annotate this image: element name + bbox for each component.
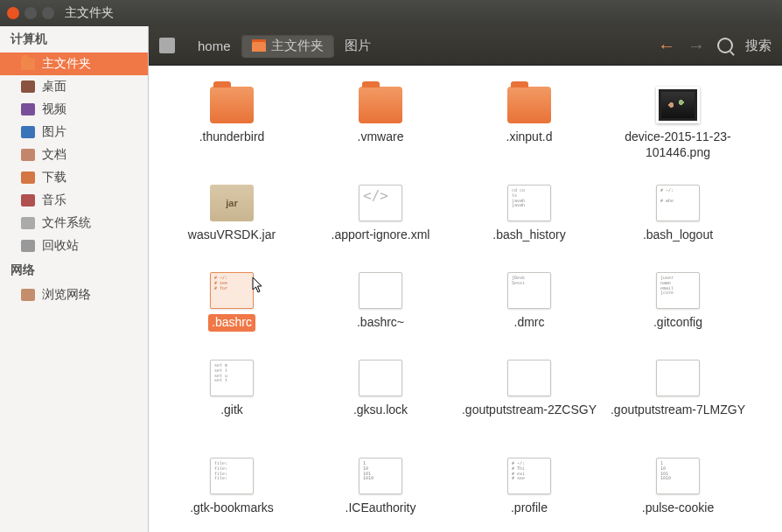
file-label: .bash_history <box>489 227 569 244</box>
file-item[interactable]: .vmware <box>306 83 455 171</box>
sidebar-item-label: 浏览网络 <box>42 287 91 303</box>
ico-folder-icon <box>21 58 35 70</box>
file-item[interactable]: [user name email [core.gitconfig <box>604 269 752 356</box>
file-pane[interactable]: .thunderbird.vmware.xinput.ddevice-2015-… <box>149 66 782 532</box>
file-label: .apport-ignore.xml <box>328 227 434 244</box>
text-file-icon <box>656 360 700 396</box>
text-file-icon <box>507 360 551 396</box>
file-item[interactable]: .goutputstream-7LMZGY <box>604 356 752 454</box>
jar-icon: jar <box>210 185 254 221</box>
close-icon[interactable] <box>7 7 19 19</box>
file-item[interactable]: .xinput.d <box>455 83 604 171</box>
file-label: .xinput.d <box>503 129 556 146</box>
sidebar-item-0[interactable]: 主文件夹 <box>0 52 148 75</box>
file-item[interactable]: 1 10 101 1010.ICEauthority <box>306 454 455 532</box>
text-file-icon: cd co ls javah javah <box>507 185 551 221</box>
sidebar-item-label: 文件系统 <box>42 215 91 231</box>
xml-icon: </> <box>359 185 402 221</box>
titlebar: 主文件夹 <box>0 0 782 26</box>
file-label: .profile <box>507 500 551 517</box>
sidebar-item-label: 回收站 <box>42 238 79 254</box>
sidebar-item-2[interactable]: 视频 <box>0 98 148 121</box>
nav-back-icon[interactable]: ← <box>658 36 675 56</box>
file-label: .gtk-bookmarks <box>186 500 277 517</box>
breadcrumb-next[interactable]: 图片 <box>334 34 381 58</box>
file-item[interactable]: </>.apport-ignore.xml <box>306 181 455 269</box>
text-file-icon <box>359 360 402 396</box>
text-file-icon <box>359 272 402 309</box>
sidebar-item-label: 文档 <box>42 147 66 163</box>
file-item[interactable]: # ~/: # Thi # exi # see.profile <box>455 454 604 532</box>
sidebar-item-3[interactable]: 图片 <box>0 121 148 144</box>
file-label: .goutputstream-2ZCSGY <box>458 402 600 419</box>
file-label: .gitk <box>217 402 247 419</box>
file-item[interactable]: # ~/: # see # for.bashrc <box>157 269 306 356</box>
image-thumb-icon <box>656 87 700 123</box>
ico-disk-icon <box>21 217 35 229</box>
sidebar-item-label: 图片 <box>42 124 66 140</box>
breadcrumb-current[interactable]: 主文件夹 <box>241 34 334 58</box>
window-buttons <box>7 7 54 19</box>
file-label: .goutputstream-7LMZGY <box>607 402 749 419</box>
file-label: .bash_logout <box>639 227 716 244</box>
ico-doc-icon <box>21 149 35 161</box>
file-item[interactable]: file: file: file: file:.gtk-bookmarks <box>157 454 306 532</box>
home-folder-icon <box>252 39 266 52</box>
minimize-icon[interactable] <box>24 7 37 19</box>
ico-desk-icon <box>21 80 35 93</box>
file-item[interactable]: cd co ls javah javah.bash_history <box>455 181 604 269</box>
ico-vid-icon <box>21 103 35 116</box>
sidebar-item-label: 主文件夹 <box>42 56 91 72</box>
sidebar-item-label: 音乐 <box>42 192 66 208</box>
file-item[interactable]: device-2015-11-23-101446.png <box>604 83 752 181</box>
breadcrumb-home[interactable]: home <box>187 35 241 57</box>
file-label: .bashrc~ <box>353 314 408 332</box>
file-item[interactable]: jarwasuVRSDK.jar <box>157 181 306 269</box>
search-icon[interactable] <box>717 38 733 53</box>
file-label: .vmware <box>354 129 408 146</box>
text-file-icon: file: file: file: file: <box>210 458 254 494</box>
search-label[interactable]: 搜索 <box>745 38 772 54</box>
file-item[interactable]: [Desk Sessi.dmrc <box>455 269 604 356</box>
sidebar-group-network: 网络 <box>0 257 148 284</box>
ico-dl-icon <box>21 172 35 184</box>
folder-icon <box>359 87 402 123</box>
sidebar-item-4[interactable]: 文档 <box>0 144 148 166</box>
sidebar: 计算机 主文件夹桌面视频图片文档下载音乐文件系统回收站 网络 浏览网络 <box>0 26 149 532</box>
sidebar-item-label: 桌面 <box>42 79 66 94</box>
file-label: .bashrc <box>208 314 255 332</box>
text-file-icon: # ~/: # whe <box>656 185 700 221</box>
folder-icon <box>210 87 254 123</box>
sidebar-item-5[interactable]: 下载 <box>0 166 148 189</box>
file-item[interactable]: .goutputstream-2ZCSGY <box>455 356 604 454</box>
maximize-icon[interactable] <box>42 7 54 19</box>
file-label: .pulse-cookie <box>639 500 718 517</box>
nav-forward-icon[interactable]: → <box>688 36 705 56</box>
file-item[interactable]: 1 10 101 1010.pulse-cookie <box>604 454 752 532</box>
file-label: wasuVRSDK.jar <box>185 227 279 244</box>
text-file-icon: 1 10 101 1010 <box>359 458 402 494</box>
text-file-icon: 1 10 101 1010 <box>656 458 700 494</box>
file-item[interactable]: .gksu.lock <box>306 356 455 444</box>
ico-net-icon <box>21 289 35 301</box>
sidebar-item-label: 下载 <box>42 170 66 186</box>
sidebar-item-7[interactable]: 文件系统 <box>0 212 148 234</box>
file-item[interactable]: .bashrc~ <box>306 269 455 356</box>
file-label: .thunderbird <box>196 129 269 146</box>
text-file-icon: # ~/: # Thi # exi # see <box>507 458 551 494</box>
device-icon[interactable] <box>159 38 175 53</box>
sidebar-item-1[interactable]: 桌面 <box>0 75 148 98</box>
sidebar-item-8[interactable]: 回收站 <box>0 234 148 257</box>
text-file-icon: [Desk Sessi <box>507 272 551 309</box>
text-file-icon: set m set t set u set t <box>210 360 254 396</box>
sidebar-item-0[interactable]: 浏览网络 <box>0 284 148 306</box>
file-item[interactable]: set m set t set u set t.gitk <box>157 356 306 444</box>
file-label: device-2015-11-23-101446.png <box>604 129 752 161</box>
sidebar-item-label: 视频 <box>42 102 66 117</box>
text-file-icon: [user name email [core <box>656 272 700 309</box>
ico-pic-icon <box>21 126 35 138</box>
file-item[interactable]: .thunderbird <box>157 83 306 171</box>
file-item[interactable]: # ~/: # whe.bash_logout <box>604 181 752 269</box>
window-title: 主文件夹 <box>65 5 114 21</box>
sidebar-item-6[interactable]: 音乐 <box>0 189 148 212</box>
